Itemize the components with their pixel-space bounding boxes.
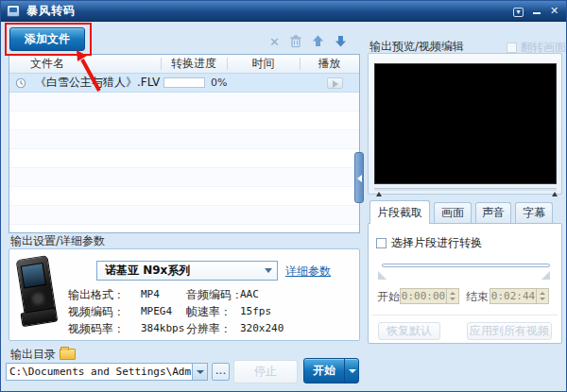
- file-row[interactable]: 《白雪公主与猎人》.FLV 0%: [9, 74, 359, 93]
- column-header-time[interactable]: 时间: [227, 55, 300, 73]
- progress-bar: [163, 77, 205, 88]
- minimize-button[interactable]: [529, 6, 543, 17]
- start-button[interactable]: 开始: [303, 358, 359, 383]
- chevron-down-icon: [265, 268, 272, 273]
- param-value: MP4: [141, 287, 160, 301]
- column-header-play[interactable]: 播放: [300, 55, 359, 73]
- tab-picture[interactable]: 画面: [434, 202, 472, 223]
- video-preview-screen[interactable]: [374, 63, 557, 184]
- app-logo-icon: [7, 5, 20, 17]
- output-settings-title: 输出设置/详细参数: [10, 233, 105, 249]
- remove-file-icon[interactable]: ✕: [269, 36, 280, 49]
- tab-sound[interactable]: 声音: [475, 202, 511, 223]
- detail-params-link[interactable]: 详细参数: [285, 264, 331, 280]
- param-label: 输出格式：: [68, 287, 125, 303]
- app-window: 暴风转码 ▾ ✕ 添加文件 ✕: [0, 0, 567, 392]
- column-header-filename[interactable]: 文件名: [30, 55, 64, 73]
- file-name: 《白雪公主与猎人》.FLV: [35, 74, 160, 92]
- output-dir-label: 输出目录: [10, 347, 56, 363]
- end-spinner[interactable]: [537, 288, 549, 304]
- column-separator: [300, 58, 301, 70]
- tab-subtitle[interactable]: 字幕: [515, 202, 553, 223]
- select-clip-label: 选择片段进行转换: [391, 235, 482, 251]
- select-clip-checkbox[interactable]: 选择片段进行转换: [376, 235, 482, 251]
- clip-end-value: 0:02:44: [490, 289, 536, 303]
- column-separator: [161, 58, 162, 70]
- file-list: 文件名 转换进度 时间 播放 《白雪公主与猎人》.FLV 0%: [9, 54, 360, 233]
- param-value: 384kbps: [141, 321, 184, 335]
- start-dropdown-arrow-icon[interactable]: [344, 359, 358, 383]
- pending-clock-icon: [15, 77, 26, 92]
- checkbox-icon: [507, 43, 517, 53]
- minimize-icon: [533, 6, 541, 14]
- param-value: 320x240: [240, 321, 284, 335]
- skin-menu-button[interactable]: ▾: [511, 6, 525, 17]
- clip-end-handle[interactable]: [541, 271, 550, 280]
- param-value: AAC: [240, 287, 259, 301]
- panel-collapse-button[interactable]: [354, 152, 364, 203]
- add-file-button[interactable]: 添加文件: [9, 27, 85, 51]
- checkbox-icon: [376, 238, 387, 248]
- stop-button[interactable]: 停止: [233, 360, 298, 383]
- output-settings-panel: 诺基亚 N9x系列 详细参数 输出格式： MP4 音频编码： AAC 视频编码：…: [9, 248, 360, 341]
- param-value: MPEG4: [141, 304, 172, 318]
- progress-percent: 0%: [211, 74, 227, 92]
- file-list-body: 《白雪公主与猎人》.FLV 0%: [9, 74, 359, 232]
- window-title: 暴风转码: [26, 1, 76, 21]
- file-list-header: 文件名 转换进度 时间 播放: [9, 55, 359, 74]
- apply-all-button[interactable]: 应用到所有视频: [467, 322, 552, 340]
- clip-start-input[interactable]: 0:00:00: [400, 288, 447, 304]
- row-play-button[interactable]: [327, 77, 343, 89]
- titlebar[interactable]: 暴风转码 ▾ ✕: [1, 1, 566, 22]
- phone-screen: [21, 263, 46, 288]
- param-row: 视频编码： MPEG4 帧速率： 15fps: [9, 304, 359, 319]
- clip-end-input[interactable]: 0:02:44: [490, 288, 537, 304]
- param-label: 视频码率：: [68, 321, 125, 337]
- output-path-combobox[interactable]: C:\Documents and Settings\Administra: [6, 363, 208, 381]
- column-header-progress[interactable]: 转换进度: [161, 55, 227, 73]
- clip-start-label: 开始: [377, 289, 400, 304]
- clip-range-track[interactable]: [382, 264, 550, 267]
- param-label: 音频编码：: [186, 287, 243, 303]
- video-preview-panel: [368, 53, 562, 195]
- move-down-icon[interactable]: [335, 35, 347, 50]
- browse-button[interactable]: ...: [212, 363, 230, 381]
- preview-seek-track[interactable]: [374, 188, 557, 191]
- param-label: 分辨率：: [186, 321, 232, 337]
- param-value: 15fps: [240, 304, 271, 318]
- param-label: 视频编码：: [68, 304, 125, 320]
- move-up-icon[interactable]: [312, 35, 324, 50]
- tab-clip-capture[interactable]: 片段截取: [369, 200, 430, 224]
- start-spinner[interactable]: [447, 288, 459, 304]
- param-row: 输出格式： MP4 音频编码： AAC: [9, 287, 359, 302]
- clip-start-value: 0:00:00: [401, 289, 446, 303]
- clear-list-trash-icon[interactable]: [290, 35, 301, 51]
- device-preset-select[interactable]: 诺基亚 N9x系列: [96, 261, 278, 281]
- column-separator: [227, 58, 228, 70]
- clip-end-label: 结束: [466, 289, 489, 304]
- menu-arrow-icon: ▾: [513, 8, 524, 17]
- seek-marker-right[interactable]: [552, 192, 558, 196]
- close-button[interactable]: ✕: [547, 6, 561, 17]
- list-toolbar: ✕: [269, 35, 360, 50]
- device-preset-value: 诺基亚 N9x系列: [105, 262, 190, 280]
- restore-default-button[interactable]: 恢复默认: [378, 322, 440, 340]
- output-path-value: C:\Documents and Settings\Administra: [9, 365, 191, 380]
- clip-start-handle[interactable]: [378, 271, 387, 280]
- open-folder-icon[interactable]: [60, 349, 76, 360]
- seek-marker-left[interactable]: [376, 192, 382, 196]
- clip-capture-panel: 选择片段进行转换 开始 0:00:00 结束 0:02:44 恢复默认 应用到所…: [368, 223, 562, 344]
- param-row: 视频码率： 384kbps 分辨率： 320x240: [9, 321, 359, 336]
- param-label: 帧速率：: [186, 304, 232, 320]
- divider: [372, 315, 558, 315]
- path-dropdown-button[interactable]: [192, 364, 207, 380]
- start-button-label: 开始: [304, 359, 344, 383]
